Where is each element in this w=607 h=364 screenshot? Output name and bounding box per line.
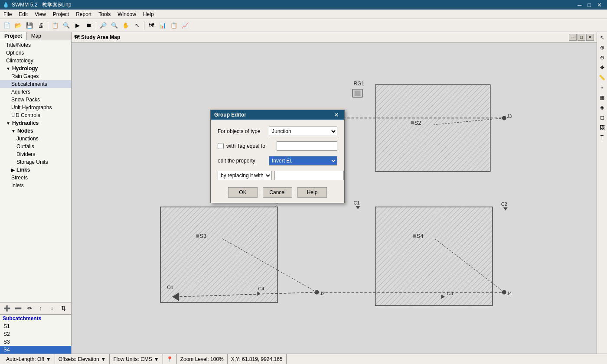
- sidebar-sort-btn[interactable]: ⇅: [58, 303, 69, 314]
- cancel-button[interactable]: Cancel: [263, 187, 292, 198]
- map-maximize[interactable]: □: [578, 34, 585, 41]
- sidebar-item-links[interactable]: ▶Links: [0, 166, 71, 174]
- close-button[interactable]: ✕: [594, 0, 604, 10]
- tb-graph[interactable]: 📊: [157, 20, 168, 31]
- tb-select[interactable]: ↖: [132, 20, 142, 31]
- tb-zoom-in[interactable]: 🔎: [98, 20, 108, 31]
- sidebar-item-inlets[interactable]: Inlets: [0, 182, 71, 189]
- edit-property-row: edit the property Invert El. Max Depth I…: [218, 156, 337, 166]
- sidebar-item-dividers[interactable]: Dividers: [0, 150, 71, 158]
- rt-select[interactable]: ↖: [597, 33, 607, 42]
- sidebar-item-outfalls[interactable]: Outfalls: [0, 143, 71, 150]
- minimize-button[interactable]: ─: [575, 0, 584, 10]
- status-flow-units: Flow Units: CMS ▼: [110, 354, 163, 364]
- menu-tools[interactable]: Tools: [95, 10, 114, 19]
- tb-stats[interactable]: 📈: [180, 20, 190, 31]
- list-item-s2[interactable]: S2: [0, 330, 71, 338]
- sidebar-delete-btn[interactable]: ➖: [13, 303, 23, 314]
- tag-row: with Tag equal to: [218, 141, 337, 151]
- sidebar-add-btn[interactable]: ➕: [2, 303, 12, 314]
- sidebar-item-lid-controls[interactable]: LID Controls: [0, 111, 71, 119]
- ok-button[interactable]: OK: [228, 187, 258, 198]
- nodes-expand-icon: ▼: [11, 129, 16, 133]
- tb-map[interactable]: 🗺: [146, 20, 157, 31]
- edit-property-select[interactable]: Invert El. Max Depth Initial Depth Surch…: [269, 156, 337, 166]
- rt-zoom-in[interactable]: ⊕: [597, 43, 607, 52]
- offsets-dropdown-icon[interactable]: ▼: [101, 356, 106, 362]
- tb-table[interactable]: 📋: [169, 20, 179, 31]
- rt-text[interactable]: T: [597, 133, 607, 142]
- rt-pan[interactable]: ✥: [597, 63, 607, 72]
- rt-layers[interactable]: ▦: [597, 93, 607, 102]
- tag-input[interactable]: [277, 141, 337, 151]
- replace-value-input[interactable]: [274, 171, 344, 180]
- group-editor-dialog[interactable]: Group Editor ✕ For objects of type Junct…: [210, 110, 345, 203]
- map-canvas[interactable]: S2 S3 S4 RG1 J1 J2: [72, 42, 597, 354]
- svg-rect-4: [411, 121, 414, 124]
- rt-find[interactable]: ⌖: [597, 83, 607, 92]
- list-item-s3[interactable]: S3: [0, 338, 71, 346]
- menu-window[interactable]: Window: [114, 10, 140, 19]
- for-objects-row: For objects of type Junction Subcatchmen…: [218, 127, 337, 136]
- tb-stop[interactable]: ⏹: [84, 20, 94, 31]
- sidebar-item-junctions[interactable]: Junctions: [0, 135, 71, 143]
- sidebar-item-storage-units[interactable]: Storage Units: [0, 158, 71, 166]
- tab-project[interactable]: Project: [0, 32, 27, 40]
- sidebar-item-hydrology[interactable]: ▼Hydrology: [0, 65, 71, 72]
- tb-open[interactable]: 📂: [13, 20, 23, 31]
- menu-help[interactable]: Help: [140, 10, 157, 19]
- tb-save[interactable]: 💾: [24, 20, 35, 31]
- flow-units-dropdown-icon[interactable]: ▼: [154, 356, 159, 362]
- sidebar-item-unit-hydrographs[interactable]: Unit Hydrographs: [0, 104, 71, 111]
- map-close[interactable]: ✕: [586, 34, 594, 41]
- rt-measure[interactable]: 📏: [597, 73, 607, 82]
- subcatchment-s4-rect: [375, 207, 493, 306]
- sidebar-down-btn[interactable]: ↓: [47, 303, 57, 314]
- rt-overview[interactable]: ◻: [597, 113, 607, 122]
- dialog-title-bar[interactable]: Group Editor ✕: [211, 110, 344, 120]
- rt-zoom-out[interactable]: ⊖: [597, 53, 607, 62]
- maximize-button[interactable]: □: [585, 0, 594, 10]
- tb-find[interactable]: 🔍: [61, 20, 72, 31]
- tag-checkbox[interactable]: [218, 143, 224, 149]
- menu-edit[interactable]: Edit: [15, 10, 31, 19]
- list-item-s4[interactable]: S4: [0, 346, 71, 354]
- tb-copy[interactable]: 📋: [50, 20, 60, 31]
- rt-legend[interactable]: ◈: [597, 103, 607, 112]
- tb-zoom-out[interactable]: 🔍: [109, 20, 120, 31]
- sidebar-item-aquifers[interactable]: Aquifers: [0, 88, 71, 96]
- tb-print[interactable]: 🖨: [36, 20, 46, 31]
- status-coordinates: X,Y: 61.819, 9924.165: [228, 354, 287, 364]
- map-icon: 🗺: [74, 34, 79, 40]
- map-minimize[interactable]: ─: [569, 34, 577, 41]
- help-button[interactable]: Help: [297, 187, 327, 198]
- sidebar-item-subcatchments[interactable]: Subcatchments: [0, 80, 71, 88]
- rt-backdrop[interactable]: 🖼: [597, 123, 607, 132]
- tb-new[interactable]: 📄: [2, 20, 12, 31]
- sidebar-item-climatology[interactable]: Climatology: [0, 57, 71, 65]
- menu-report[interactable]: Report: [72, 10, 95, 19]
- sidebar-item-nodes[interactable]: ▼Nodes: [0, 127, 71, 135]
- dialog-buttons: OK Cancel Help: [218, 187, 337, 198]
- list-item-s1[interactable]: S1: [0, 322, 71, 330]
- sidebar-edit-btn[interactable]: ✏: [24, 303, 35, 314]
- auto-length-dropdown-icon[interactable]: ▼: [46, 356, 51, 362]
- sidebar-up-btn[interactable]: ↑: [36, 303, 46, 314]
- tab-map[interactable]: Map: [27, 32, 46, 40]
- sidebar-item-snow-packs[interactable]: Snow Packs: [0, 96, 71, 104]
- sidebar-tree: Title/Notes Options Climatology ▼Hydrolo…: [0, 40, 71, 302]
- menu-project[interactable]: Project: [49, 10, 72, 19]
- tb-pan[interactable]: ✋: [121, 20, 131, 31]
- menu-file[interactable]: File: [0, 10, 15, 19]
- sidebar-item-streets[interactable]: Streets: [0, 174, 71, 182]
- sidebar-item-options[interactable]: Options: [0, 49, 71, 57]
- sidebar-item-rain-gages[interactable]: Rain Gages: [0, 72, 71, 80]
- dialog-close-button[interactable]: ✕: [332, 111, 341, 118]
- sidebar-item-title-notes[interactable]: Title/Notes: [0, 41, 71, 49]
- tb-run[interactable]: ▶: [72, 20, 83, 31]
- sidebar-item-hydraulics[interactable]: ▼Hydraulics: [0, 119, 71, 127]
- for-objects-select[interactable]: Junction Subcatchment Outfall Conduit Pu…: [269, 127, 337, 136]
- menu-view[interactable]: View: [31, 10, 49, 19]
- subcatchment-s3-label: S3: [199, 233, 206, 239]
- replace-select[interactable]: by replacing it with by multiplying it b…: [218, 171, 272, 180]
